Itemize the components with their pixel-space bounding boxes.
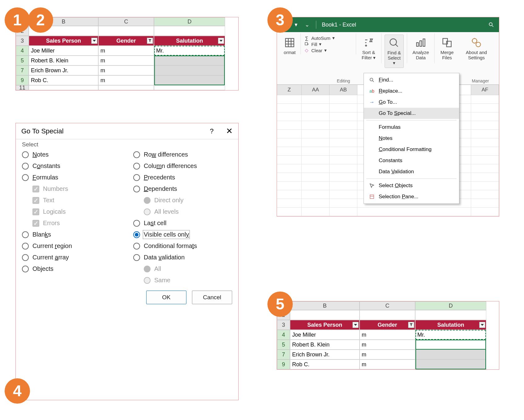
col-header-aa[interactable]: AA (302, 85, 330, 95)
radio-data-validation[interactable]: Data validation (133, 254, 232, 261)
row-header[interactable]: 7 (277, 350, 290, 359)
table-header-sales[interactable]: Sales Person (290, 320, 360, 330)
radio-cond-formats[interactable]: Conditional formats (133, 242, 232, 250)
cell[interactable]: m (98, 56, 154, 65)
menu-item-cond-formatting[interactable]: Conditional Formatting (364, 144, 459, 155)
cell[interactable]: Mr. (154, 46, 225, 56)
menu-item-find[interactable]: Find... (364, 74, 459, 86)
close-button[interactable]: ✕ (226, 126, 233, 136)
help-button[interactable]: ? (210, 127, 214, 135)
radio-current-array[interactable]: Current array (22, 254, 121, 261)
col-header-ab[interactable]: AB (330, 85, 357, 95)
cell[interactable] (98, 85, 154, 90)
cell[interactable]: Rob C. (29, 75, 98, 85)
radio-visible-cells[interactable]: Visible cells only (133, 231, 232, 238)
analyze-data-button[interactable]: AnalyzeData (410, 35, 431, 62)
cell[interactable]: Joe Miller (29, 46, 98, 56)
filter-button[interactable] (218, 38, 224, 44)
fill-button[interactable]: Fill ▾ (304, 41, 353, 47)
cell[interactable]: Mr. (415, 330, 486, 340)
table-header-sales[interactable]: Sales Person (29, 36, 98, 46)
radio-current-region[interactable]: Current region (22, 242, 121, 250)
table-header-gender[interactable]: Gender (98, 36, 154, 46)
row-header[interactable]: 7 (16, 65, 29, 75)
filter-button[interactable] (352, 322, 359, 328)
row-header[interactable]: 5 (16, 56, 29, 65)
row-header[interactable]: 4 (16, 46, 29, 56)
cell[interactable]: m (98, 46, 154, 56)
cell[interactable] (154, 85, 225, 90)
row-header[interactable]: 11 (16, 85, 29, 90)
table-header-gender[interactable]: Gender (360, 320, 415, 330)
radio-precedents[interactable]: Precedents (133, 174, 232, 181)
menu-item-select-objects[interactable]: Select Objects (364, 180, 459, 191)
filter-button-active[interactable] (408, 322, 414, 328)
row-header[interactable]: 4 (277, 330, 290, 340)
radio-dependents[interactable]: Dependents (133, 185, 232, 192)
radio-objects[interactable]: Objects (22, 265, 121, 272)
cell[interactable]: m (360, 359, 415, 369)
radio-notes[interactable]: Notes (22, 151, 121, 158)
cell[interactable]: Robert B. Klein (290, 340, 360, 350)
cell[interactable]: Rob C. (290, 359, 360, 369)
col-header-d[interactable]: D (415, 301, 486, 310)
radio-col-diff[interactable]: Column differences (133, 162, 232, 170)
col-header-af[interactable]: AF (471, 85, 499, 95)
search-icon[interactable] (488, 21, 495, 28)
radio-blanks[interactable]: Blanks (22, 231, 121, 238)
cell[interactable]: Robert B. Klein (29, 56, 98, 65)
row-header[interactable]: 3 (277, 320, 290, 330)
cell[interactable] (98, 26, 154, 36)
ok-button[interactable]: OK (146, 291, 186, 304)
cell[interactable] (154, 65, 225, 75)
cell[interactable] (415, 350, 486, 359)
menu-item-notes[interactable]: Notes (364, 133, 459, 144)
cell[interactable]: m (98, 65, 154, 75)
cancel-button[interactable]: Cancel (192, 291, 232, 304)
cell[interactable]: m (360, 330, 415, 340)
row-header[interactable]: 9 (277, 359, 290, 369)
menu-item-data-validation[interactable]: Data Validation (364, 166, 459, 177)
cell[interactable] (29, 85, 98, 90)
row-header[interactable]: 5 (277, 340, 290, 350)
cell[interactable]: m (360, 350, 415, 359)
menu-item-formulas[interactable]: Formulas (364, 122, 459, 133)
row-header[interactable]: 3 (16, 36, 29, 46)
radio-formulas[interactable]: Formulas (22, 174, 121, 181)
clear-button[interactable]: ◇ Clear ▾ (304, 48, 353, 53)
qat-dropdown-icon[interactable]: ▾ (292, 21, 299, 28)
col-header-c[interactable]: C (360, 301, 415, 310)
autosum-button[interactable]: ∑ AutoSum ▾ (304, 35, 353, 41)
cell[interactable]: Erich Brown Jr. (290, 350, 360, 359)
cell[interactable] (290, 310, 360, 320)
cell[interactable] (154, 56, 225, 65)
cell[interactable]: Erich Brown Jr. (29, 65, 98, 75)
col-header-d[interactable]: D (154, 17, 225, 26)
col-header-b[interactable]: B (290, 301, 360, 310)
filter-button-active[interactable] (147, 38, 153, 44)
menu-item-selection-pane[interactable]: Selection Pane... (364, 191, 459, 202)
cell[interactable] (360, 310, 415, 320)
format-button[interactable]: ormat (282, 35, 297, 57)
cell[interactable] (154, 26, 225, 36)
radio-constants[interactable]: Constants (22, 162, 121, 170)
menu-item-goto-special[interactable]: Go To Special... (364, 108, 459, 119)
menu-item-replace[interactable]: ab Replace... (364, 86, 459, 97)
table-header-salutation[interactable]: Salutation (415, 320, 486, 330)
qat-customize-icon[interactable]: ⌄ (304, 21, 310, 28)
cell[interactable] (154, 75, 225, 85)
radio-row-diff[interactable]: Row differences (133, 151, 232, 158)
col-header-c[interactable]: C (98, 17, 154, 26)
filter-button[interactable] (479, 322, 485, 328)
col-header-z[interactable]: Z (277, 85, 302, 95)
filter-button[interactable] (91, 38, 97, 44)
sort-filter-button[interactable]: Sort &Filter ▾ (359, 35, 378, 62)
cell[interactable]: Joe Miller (290, 330, 360, 340)
cell[interactable] (415, 359, 486, 369)
merge-files-button[interactable]: MergeFiles (438, 35, 456, 62)
table-header-salutation[interactable]: Salutation (154, 36, 225, 46)
cell[interactable]: m (360, 340, 415, 350)
radio-last-cell[interactable]: Last cell (133, 220, 232, 227)
menu-item-constants[interactable]: Constants (364, 155, 459, 166)
find-select-button[interactable]: Find &Select ▾ (385, 35, 404, 68)
